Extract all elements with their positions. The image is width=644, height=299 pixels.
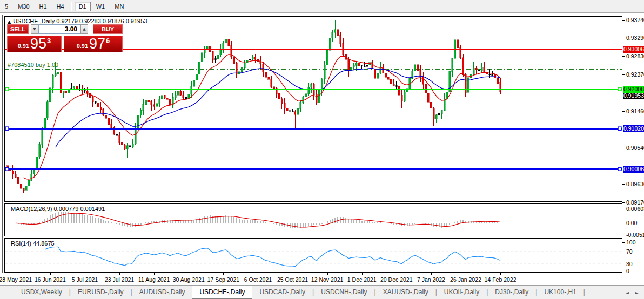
price-tick-label: 0.93740 <box>626 17 644 23</box>
volume-input[interactable]: 3.00 <box>38 24 81 34</box>
date-tick <box>16 273 16 275</box>
timeframe-button-h4[interactable]: H4 <box>52 2 69 11</box>
timeframe-button-h1[interactable]: H1 <box>35 2 51 11</box>
chart-tabs: USDX,Weekly|EURUSD-,Daily|AUDUSD-,DailyU… <box>14 286 585 299</box>
price-tick <box>622 148 625 148</box>
price-tick-label: 0.89170 <box>626 199 644 206</box>
price-tick-label: 0.92830 <box>626 53 644 59</box>
chart-title-text: USDCHF-,Daily <box>13 18 55 24</box>
toolbar-separator <box>131 2 131 11</box>
date-label: 25 Oct 2021 <box>277 276 308 283</box>
timeframe-toolbar: 5M30H1H4D1W1MN <box>0 0 644 13</box>
buy-price-sup: 6 <box>106 37 110 45</box>
chart-ohlc-values: 0.92179 0.92283 0.91876 0.91953 <box>56 18 147 24</box>
price-tick <box>622 20 625 21</box>
chart-tab-ukoil[interactable]: UKOil-,Daily <box>437 286 486 299</box>
date-tick <box>466 273 466 275</box>
chart-tab-usdchf[interactable]: USDCHF-,Daily <box>192 286 252 299</box>
date-tick <box>223 273 224 275</box>
timeframe-button-m30[interactable]: M30 <box>14 2 33 11</box>
sell-price-button[interactable]: 0.91 95 3 <box>7 36 62 52</box>
price-tick-label: 0.89630 <box>626 181 644 187</box>
date-tick <box>154 273 155 275</box>
chart-tab-dj30[interactable]: DJ30-,Daily <box>488 286 535 299</box>
date-label: 11 Aug 2021 <box>138 276 170 283</box>
date-label: 6 Oct 2021 <box>244 276 272 283</box>
date-label: 5 Jul 2021 <box>72 276 98 283</box>
rsi-indicator-pane[interactable] <box>4 238 622 273</box>
sell-price-prefix: 0.91 <box>18 43 29 49</box>
chart-tab-audusd[interactable]: AUDUSD-,Daily <box>132 286 192 299</box>
volume-decrease-button[interactable]: ▼ <box>31 24 38 34</box>
macd-tick-label: 0.00 <box>626 220 637 226</box>
rsi-tick-label: 70 <box>626 248 633 255</box>
sell-price-sup: 3 <box>47 37 51 45</box>
sell-button[interactable]: SELL <box>7 24 29 34</box>
chart-collapse-icon[interactable]: ▲ <box>8 19 11 24</box>
price-level-badge: 0.93006 <box>623 46 644 53</box>
date-label: 20 Dec 2021 <box>380 276 413 283</box>
date-label: 7 Jan 2022 <box>417 276 445 283</box>
price-tick-label: 0.93290 <box>626 35 644 41</box>
price-level-badge: 0.91020 <box>623 125 644 132</box>
price-tick <box>622 184 625 185</box>
one-click-trading-panel: SELL ▼ 3.00 ▲ BUY 0.91 95 3 0.91 97 6 <box>7 24 123 52</box>
buy-button[interactable]: BUY <box>93 24 123 34</box>
date-tick <box>500 273 501 275</box>
price-level-badge: 0.90006 <box>623 166 644 173</box>
price-level-badge: 0.92008 <box>623 86 644 93</box>
price-tick-label: 0.92370 <box>626 71 644 78</box>
macd-tick <box>622 235 625 235</box>
timeframe-button-mn[interactable]: MN <box>110 2 128 11</box>
buy-price-button[interactable]: 0.91 97 6 <box>64 36 123 52</box>
chart-tab-xauusd[interactable]: XAUUSD-,Daily <box>376 286 435 299</box>
tab-scroll-arrows: ◄ ► <box>626 286 639 299</box>
tab-separator: | <box>583 286 585 299</box>
volume-increase-button[interactable]: ▲ <box>81 24 88 34</box>
rsi-tick-label: 30 <box>626 261 633 267</box>
date-tick <box>85 273 85 275</box>
chart-tab-usdx[interactable]: USDX,Weekly <box>14 286 69 299</box>
chart-tab-usdcnh[interactable]: USDCNH-,Daily <box>314 286 374 299</box>
date-tick <box>397 273 397 275</box>
chart-tab-usdcad[interactable]: USDCAD-,Daily <box>252 286 312 299</box>
timeframe-button-d1[interactable]: D1 <box>75 2 91 11</box>
date-tick <box>293 273 293 275</box>
macd-tick <box>622 223 625 223</box>
rsi-tick-label: 100 <box>626 239 636 246</box>
timeframe-button-w1[interactable]: W1 <box>92 2 110 11</box>
date-tick <box>189 273 189 275</box>
rsi-tick <box>622 242 625 243</box>
price-tick <box>622 56 625 57</box>
window-border <box>2 15 3 273</box>
tabs-scroll-left-icon[interactable]: ◄ <box>626 290 629 295</box>
price-tick <box>622 38 625 38</box>
date-label: 14 Feb 2022 <box>485 276 516 283</box>
date-label: 26 Jan 2022 <box>450 276 481 283</box>
date-tick <box>258 273 258 275</box>
date-label: 16 Jun 2021 <box>35 276 66 283</box>
date-tick <box>431 273 432 275</box>
timeframe-button-5[interactable]: 5 <box>1 2 12 11</box>
date-scale[interactable]: 28 May 202116 Jun 20215 Jul 202123 Jul 2… <box>0 273 622 284</box>
buy-price-big: 97 <box>89 37 105 51</box>
sell-price-big: 95 <box>30 37 46 51</box>
rsi-tick <box>622 271 625 271</box>
metatrader-window: 5M30H1H4D1W1MN 0.937400.932900.928300.92… <box>0 0 644 299</box>
price-scale[interactable]: 0.937400.932900.928300.923700.914600.905… <box>622 15 644 273</box>
chart-title: ▲USDCHF-,Daily 0.92179 0.92283 0.91876 0… <box>8 18 147 24</box>
chart-tab-uk100[interactable]: UK100-,H1 <box>537 286 583 299</box>
price-tick-label: 0.90540 <box>626 145 644 151</box>
tabs-scroll-right-icon[interactable]: ► <box>635 290 639 295</box>
buy-price-prefix: 0.91 <box>77 43 88 49</box>
date-tick <box>327 273 328 275</box>
rsi-label: RSI(14) 44.8675 <box>11 240 55 247</box>
spin-up-icon: ▲ <box>83 27 85 31</box>
macd-tick-label: 0.006034 <box>626 206 644 212</box>
price-tick-label: 0.91460 <box>626 108 644 114</box>
date-label: 1 Dec 2021 <box>347 276 377 283</box>
chart-tab-eurusd[interactable]: EURUSD-,Daily <box>71 286 131 299</box>
date-tick <box>119 273 120 275</box>
macd-tick <box>622 209 625 209</box>
macd-tick-label: -0.005156 <box>626 232 644 238</box>
